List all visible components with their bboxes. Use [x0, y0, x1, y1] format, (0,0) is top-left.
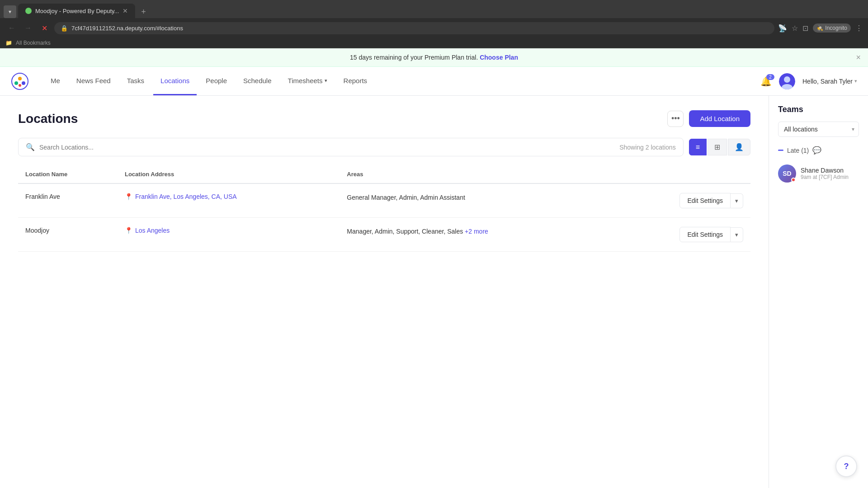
- forward-button[interactable]: →: [22, 22, 34, 34]
- col-header-name: Location Name: [18, 165, 118, 183]
- nav-item-me[interactable]: Me: [43, 67, 67, 95]
- location-address-moodjoy[interactable]: 📍 Los Angeles: [125, 227, 332, 234]
- actions-cell-moodjoy: Edit Settings ▾: [621, 227, 743, 242]
- address-bar[interactable]: 🔒 7cf47d19112152.na.deputy.com/#location…: [54, 22, 774, 34]
- employee-name: Shane Dawson: [801, 167, 849, 174]
- employee-detail: 9am at [7CF] Admin: [801, 174, 849, 180]
- user-avatar[interactable]: [779, 73, 795, 89]
- bookmark-icon[interactable]: ☆: [792, 24, 798, 33]
- location-name-moodjoy: Moodjoy: [25, 227, 49, 234]
- lock-icon: 🔒: [61, 25, 68, 32]
- table-row: Franklin Ave 📍 Franklin Ave, Los Angeles…: [18, 183, 750, 218]
- nav-right-section: 🔔 2 Hello, Sarah Tyler ▾: [760, 73, 857, 89]
- cast-icon[interactable]: 📡: [778, 24, 787, 33]
- svg-point-6: [784, 76, 790, 83]
- tab-close-button[interactable]: ✕: [123, 7, 128, 14]
- employee-avatar[interactable]: SD: [778, 164, 796, 183]
- search-bar: 🔍 Showing 2 locations: [18, 138, 684, 156]
- nav-item-schedule[interactable]: Schedule: [236, 67, 279, 95]
- late-chat-icon[interactable]: 💬: [812, 146, 821, 155]
- back-button[interactable]: ←: [5, 22, 18, 34]
- location-address-franklin[interactable]: 📍 Franklin Ave, Los Angeles, CA, USA: [125, 193, 332, 200]
- url-text: 7cf47d19112152.na.deputy.com/#locations: [71, 25, 768, 32]
- edit-settings-button-moodjoy[interactable]: Edit Settings: [679, 227, 731, 242]
- nav-item-locations[interactable]: Locations: [153, 67, 197, 95]
- nav-item-news-feed[interactable]: News Feed: [69, 67, 118, 95]
- table-row: Moodjoy 📍 Los Angeles Manager, Adm: [18, 218, 750, 252]
- page-header: Locations ••• Add Location: [18, 110, 750, 127]
- user-info[interactable]: Hello, Sarah Tyler ▾: [802, 78, 857, 85]
- svg-point-0: [12, 73, 28, 89]
- tab-label: Moodjoy - Powered By Deputy...: [35, 8, 119, 14]
- col-header-actions: [613, 165, 750, 183]
- location-name-franklin: Franklin Ave: [25, 193, 60, 200]
- add-location-button[interactable]: Add Location: [689, 110, 750, 127]
- page-title: Locations: [18, 112, 78, 126]
- location-filter-select[interactable]: All locations: [778, 122, 859, 137]
- main-navigation: Me News Feed Tasks Locations People Sche…: [0, 67, 868, 96]
- pin-icon-franklin: 📍: [125, 193, 132, 200]
- app-logo[interactable]: [11, 72, 29, 90]
- col-header-areas: Areas: [340, 165, 613, 183]
- nav-item-tasks[interactable]: Tasks: [120, 67, 151, 95]
- search-input[interactable]: [39, 144, 615, 151]
- header-actions: ••• Add Location: [667, 110, 750, 127]
- employee-card: SD Shane Dawson 9am at [7CF] Admin: [778, 160, 859, 187]
- trial-text: 15 days remaining of your Premium Plan t…: [350, 54, 478, 61]
- trial-banner: 15 days remaining of your Premium Plan t…: [0, 48, 868, 67]
- svg-point-3: [14, 81, 18, 85]
- tab-favicon: [25, 8, 32, 14]
- active-tab[interactable]: Moodjoy - Powered By Deputy... ✕: [18, 4, 135, 18]
- new-tab-button[interactable]: +: [137, 5, 150, 18]
- tab-switcher-button[interactable]: ▾: [4, 5, 16, 18]
- all-bookmarks-label[interactable]: All Bookmarks: [16, 40, 51, 46]
- notification-bell[interactable]: 🔔 2: [760, 76, 772, 87]
- edit-settings-button-franklin[interactable]: Edit Settings: [679, 193, 731, 208]
- notification-badge: 2: [766, 74, 774, 80]
- edit-settings-dropdown-franklin[interactable]: ▾: [731, 193, 743, 208]
- employee-info: Shane Dawson 9am at [7CF] Admin: [801, 167, 849, 180]
- late-indicator: [778, 150, 783, 151]
- view-list-button[interactable]: ≡: [689, 139, 707, 155]
- view-person-button[interactable]: 👤: [728, 139, 750, 155]
- location-filter-wrapper: All locations ▾: [778, 122, 859, 137]
- nav-items-container: Me News Feed Tasks Locations People Sche…: [43, 67, 760, 95]
- nav-item-reports[interactable]: Reports: [336, 67, 375, 95]
- online-status-dot: [791, 178, 796, 182]
- view-toggle-group: ≡ ⊞ 👤: [689, 139, 750, 155]
- search-icon: 🔍: [26, 143, 35, 151]
- timesheets-dropdown-arrow: ▾: [325, 78, 327, 84]
- svg-point-2: [22, 81, 25, 85]
- search-row: 🔍 Showing 2 locations ≡ ⊞ 👤: [18, 138, 750, 156]
- actions-cell-franklin: Edit Settings ▾: [621, 193, 743, 208]
- incognito-badge: 🕵 Incognito: [813, 23, 851, 33]
- svg-point-1: [18, 77, 22, 80]
- more-areas-link[interactable]: +2 more: [465, 228, 488, 235]
- reload-button[interactable]: ✕: [38, 22, 51, 34]
- late-section: Late (1) 💬: [778, 146, 859, 155]
- location-areas-franklin: General Manager, Admin, Admin Assistant: [347, 194, 465, 201]
- choose-plan-link[interactable]: Choose Plan: [480, 54, 518, 61]
- sidebar-icon[interactable]: ⊡: [802, 24, 808, 33]
- trial-close-button[interactable]: ×: [856, 53, 861, 62]
- help-button[interactable]: ?: [835, 455, 857, 477]
- table-header-row: Location Name Location Address Areas: [18, 165, 750, 183]
- pin-icon-moodjoy: 📍: [125, 227, 132, 234]
- edit-settings-dropdown-moodjoy[interactable]: ▾: [731, 227, 743, 242]
- svg-point-4: [19, 84, 21, 87]
- sidebar-title: Teams: [778, 105, 859, 114]
- view-grid-button[interactable]: ⊞: [708, 139, 727, 155]
- main-content: Locations ••• Add Location 🔍 Showing 2 l…: [0, 96, 769, 488]
- more-options-button[interactable]: •••: [667, 111, 684, 127]
- nav-item-timesheets[interactable]: Timesheets ▾: [281, 67, 335, 95]
- location-areas-moodjoy: Manager, Admin, Support, Cleaner, Sales …: [347, 228, 488, 235]
- col-header-address: Location Address: [118, 165, 340, 183]
- nav-item-people[interactable]: People: [198, 67, 234, 95]
- bookmarks-folder-icon: 📁: [5, 40, 12, 46]
- locations-table: Location Name Location Address Areas Fra…: [18, 165, 750, 252]
- incognito-icon: 🕵: [816, 25, 823, 31]
- late-label: Late (1): [787, 147, 809, 154]
- user-dropdown-arrow: ▾: [854, 78, 857, 84]
- menu-icon[interactable]: ⋮: [855, 24, 863, 33]
- right-sidebar: Teams All locations ▾ Late (1) 💬: [769, 96, 868, 488]
